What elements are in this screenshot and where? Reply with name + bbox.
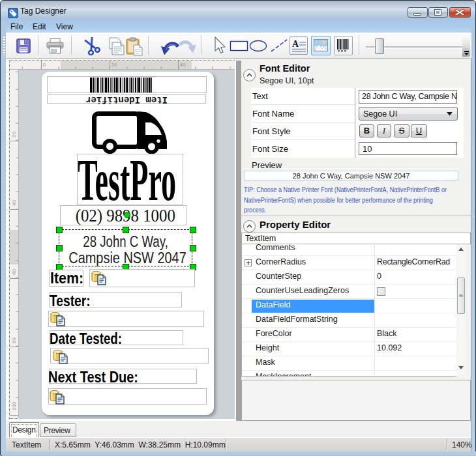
svg-text:A: A xyxy=(292,39,299,49)
